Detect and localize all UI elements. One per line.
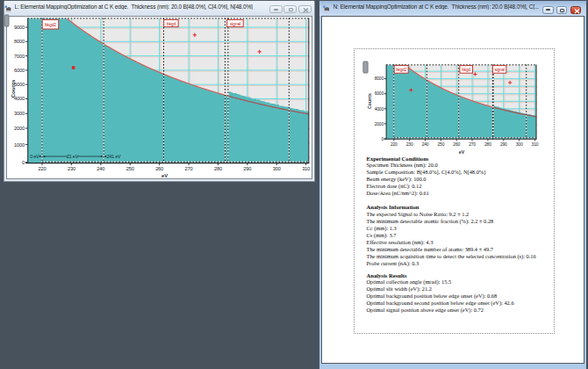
- svg-text:230: 230: [406, 141, 413, 147]
- svg-text:6000: 6000: [14, 68, 25, 73]
- svg-text:8000: 8000: [14, 39, 25, 44]
- svg-text:Counts: Counts: [11, 79, 16, 98]
- svg-text:290: 290: [500, 141, 507, 147]
- svg-text:eV: eV: [459, 149, 465, 155]
- svg-text:1000: 1000: [14, 142, 25, 148]
- svg-text:6000: 6000: [375, 90, 384, 96]
- svg-text:eV: eV: [161, 173, 168, 178]
- svg-text:280: 280: [214, 166, 222, 171]
- svg-text:9000: 9000: [14, 25, 25, 30]
- svg-text:310: 310: [532, 141, 539, 147]
- svg-text:220: 220: [39, 166, 47, 171]
- svg-text:260: 260: [155, 166, 163, 171]
- svg-text:240: 240: [97, 166, 104, 171]
- svg-text:bkgd2: bkgd2: [396, 68, 407, 72]
- svg-text:Counts: Counts: [367, 93, 372, 109]
- svg-text:250: 250: [437, 141, 444, 147]
- svg-text:3000: 3000: [14, 111, 25, 116]
- svg-text:250: 250: [126, 166, 134, 171]
- svg-text:signal: signal: [494, 68, 504, 72]
- svg-text:0: 0: [381, 136, 384, 141]
- svg-text:bkgd: bkgd: [167, 21, 176, 26]
- svg-text:260: 260: [453, 141, 460, 147]
- svg-text:270: 270: [469, 141, 476, 147]
- svg-text:bkgd: bkgd: [462, 68, 470, 72]
- svg-text:0: 0: [22, 160, 25, 165]
- svg-text:5000: 5000: [14, 82, 25, 87]
- svg-text:4000: 4000: [14, 96, 25, 101]
- svg-text:270: 270: [185, 166, 193, 171]
- svg-text:310: 310: [302, 166, 310, 171]
- svg-text:300: 300: [516, 141, 523, 147]
- svg-text:signal: signal: [230, 21, 240, 26]
- svg-text:4000: 4000: [375, 106, 384, 112]
- svg-text:220: 220: [391, 141, 398, 147]
- svg-text:bkgd2: bkgd2: [45, 22, 56, 27]
- svg-text:2000: 2000: [14, 126, 25, 131]
- svg-text:21 eV: 21 eV: [67, 154, 79, 159]
- svg-text:240: 240: [422, 141, 429, 147]
- svg-text:2000: 2000: [375, 121, 384, 127]
- svg-text:280: 280: [484, 141, 491, 147]
- svg-text:0 eV: 0 eV: [30, 154, 39, 159]
- svg-text:8000: 8000: [375, 76, 384, 81]
- svg-text:290: 290: [243, 166, 251, 171]
- svg-text:230: 230: [68, 166, 75, 171]
- svg-text:7000: 7000: [14, 54, 25, 59]
- svg-text:241 eV: 241 eV: [107, 154, 121, 159]
- svg-text:300: 300: [273, 166, 281, 171]
